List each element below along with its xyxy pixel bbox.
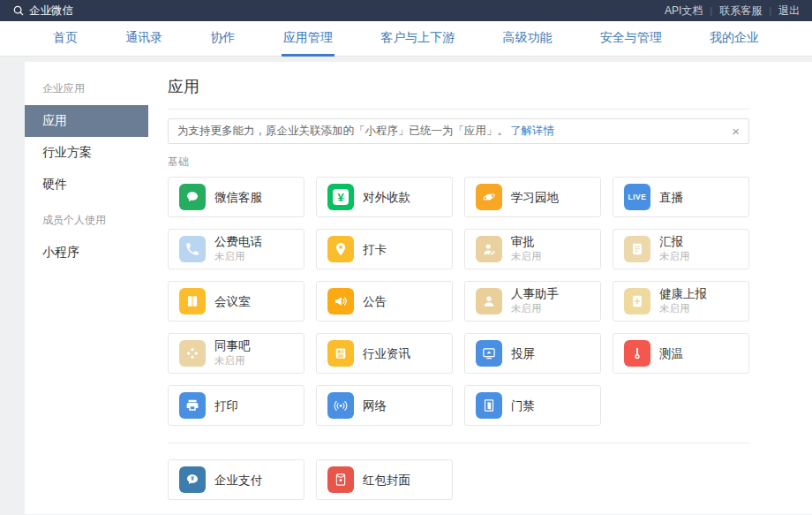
app-card[interactable]: 审批未启用 [464, 229, 601, 269]
sidebar-item[interactable]: 行业方案 [25, 137, 148, 169]
nav-tabs: 首页通讯录协作应用管理客户与上下游高级功能安全与管理我的企业 [0, 21, 812, 56]
wecom-logo-icon [12, 4, 25, 17]
notice-text: 为支持更多能力，原企业关联添加的「小程序」已统一为「应用」。 [177, 124, 508, 139]
separator: | [769, 5, 771, 16]
nav-tab[interactable]: 协作 [209, 21, 237, 57]
app-card[interactable]: 微信客服 [168, 177, 304, 217]
app-text: 企业支付 [214, 473, 262, 487]
app-status: 未启用 [511, 302, 559, 315]
sidebar-group-header: 成员个人使用 [25, 201, 148, 237]
app-text: 公告 [363, 295, 387, 308]
nav-tab[interactable]: 通讯录 [124, 21, 164, 57]
sidebar-item[interactable]: 小程序 [25, 237, 148, 269]
app-name: 公费电话 [214, 235, 262, 248]
app-card[interactable]: LIVE直播 [613, 177, 749, 217]
brand[interactable]: 企业微信 [12, 4, 73, 19]
nav-tab[interactable]: 我的企业 [708, 21, 761, 57]
app-name: 企业支付 [214, 473, 262, 487]
chat-icon [179, 184, 206, 210]
apps-grid-extra: ¥企业支付红包封面 [168, 459, 749, 500]
pin-icon [327, 236, 354, 262]
app-text: 打印 [214, 399, 238, 413]
app-card[interactable]: 打印 [168, 385, 304, 426]
app-card[interactable]: 投屏 [464, 333, 601, 374]
nav-tab[interactable]: 客户与上下游 [379, 21, 456, 57]
app-card[interactable]: 红包封面 [316, 459, 453, 500]
app-text: 网络 [363, 399, 387, 413]
pay-icon: ¥ [179, 466, 206, 493]
app-text: 直播 [659, 191, 683, 204]
nav-tab[interactable]: 安全与管理 [598, 21, 664, 57]
app-text: 学习园地 [511, 191, 559, 204]
app-card[interactable]: 测温 [613, 333, 749, 374]
main-content: 应用 为支持更多能力，原企业关联添加的「小程序」已统一为「应用」。 了解详情 ×… [148, 62, 812, 514]
app-card[interactable]: 学习园地 [464, 177, 601, 217]
news-icon [327, 340, 354, 367]
health-doc-icon [624, 288, 650, 314]
nav-tab[interactable]: 应用管理 [282, 21, 335, 57]
app-text: 行业资讯 [363, 347, 410, 360]
app-status: 未启用 [659, 250, 690, 263]
app-name: 微信客服 [214, 191, 262, 204]
app-name: 对外收款 [363, 191, 410, 204]
nav-tab[interactable]: 首页 [51, 21, 79, 57]
sidebar-item[interactable]: 应用 [25, 105, 148, 137]
app-card[interactable]: 会议室 [168, 281, 304, 322]
app-text: 打卡 [363, 243, 387, 256]
app-status: 未启用 [511, 250, 542, 263]
app-name: 公告 [363, 295, 387, 308]
app-card[interactable]: 门禁 [464, 385, 601, 426]
app-name: 人事助手 [511, 287, 559, 300]
app-card[interactable]: 汇报未启用 [613, 229, 749, 269]
main-nav: 首页通讯录协作应用管理客户与上下游高级功能安全与管理我的企业 [0, 21, 812, 57]
app-text: 微信客服 [214, 191, 262, 204]
app-text: 健康上报未启用 [659, 287, 707, 315]
app-card[interactable]: 同事吧未启用 [168, 333, 304, 374]
nav-tab[interactable]: 高级功能 [500, 21, 553, 57]
app-text: 汇报未启用 [659, 235, 690, 263]
app-name: 直播 [659, 191, 683, 204]
topbar-link[interactable]: 联系客服 [719, 4, 762, 19]
app-name: 门禁 [511, 399, 535, 413]
app-name: 打卡 [363, 243, 387, 256]
planet-icon [476, 184, 502, 210]
megaphone-icon [327, 288, 354, 314]
app-status: 未启用 [659, 302, 707, 315]
app-card[interactable]: 公告 [316, 281, 453, 322]
app-text: 同事吧未启用 [214, 339, 251, 367]
door-icon [179, 288, 206, 314]
app-name: 学习园地 [511, 191, 559, 204]
cast-screen-icon [476, 340, 502, 367]
network-icon [327, 392, 354, 419]
app-card[interactable]: 健康上报未启用 [613, 281, 749, 322]
app-card[interactable]: 打卡 [316, 229, 453, 269]
topbar: 企业微信 API文档|联系客服|退出 [0, 0, 812, 21]
app-text: 公费电话未启用 [214, 235, 262, 263]
svg-text:¥: ¥ [191, 475, 194, 481]
app-name: 同事吧 [214, 339, 251, 352]
app-card[interactable]: 网络 [316, 385, 453, 426]
app-card[interactable]: ¥对外收款 [316, 177, 453, 217]
notice-link[interactable]: 了解详情 [510, 124, 554, 139]
door-access-icon [476, 392, 502, 419]
app-name: 行业资讯 [363, 347, 410, 360]
grid-divider [168, 443, 749, 443]
app-text: 红包封面 [363, 473, 410, 487]
topbar-links: API文档|联系客服|退出 [665, 4, 800, 19]
topbar-link[interactable]: 退出 [778, 4, 800, 19]
app-text: 会议室 [214, 295, 251, 308]
topbar-link[interactable]: API文档 [665, 4, 703, 19]
app-card[interactable]: 人事助手未启用 [464, 281, 601, 322]
separator: | [710, 5, 712, 16]
app-card[interactable]: ¥企业支付 [168, 459, 304, 500]
app-status: 未启用 [214, 354, 251, 367]
app-text: 人事助手未启用 [511, 287, 559, 315]
left-gutter [0, 62, 25, 514]
live-icon: LIVE [624, 184, 650, 210]
sidebar-item[interactable]: 硬件 [25, 169, 148, 201]
app-card[interactable]: 行业资讯 [316, 333, 453, 374]
close-icon[interactable]: × [732, 125, 740, 138]
app-card[interactable]: 公费电话未启用 [168, 229, 304, 269]
app-name: 会议室 [214, 295, 251, 308]
phone-icon [179, 236, 206, 262]
